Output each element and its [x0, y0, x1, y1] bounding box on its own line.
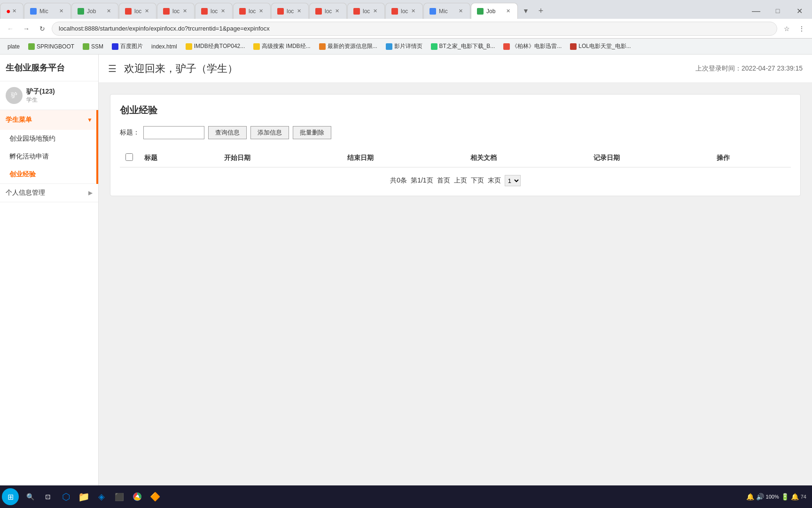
tab-favicon-loc2 — [163, 8, 170, 15]
taskbar-vscode-icon[interactable]: ◈ — [93, 488, 110, 505]
maximize-button[interactable]: □ — [767, 3, 789, 19]
menu-item-activity[interactable]: 孵化活动申请 — [0, 148, 98, 166]
last-page-button[interactable]: 末页 — [488, 176, 501, 185]
bookmark-icon-imdb1 — [186, 43, 192, 50]
tab-special[interactable]: ● ✕ — [0, 3, 23, 19]
browser-menu-icon[interactable]: ⋮ — [795, 22, 808, 35]
volume-icon[interactable]: 🔊 — [756, 493, 764, 500]
tab-mic-2[interactable]: Mic ✕ — [423, 3, 470, 19]
batch-delete-button[interactable]: 批量删除 — [293, 126, 331, 139]
next-page-button[interactable]: 下页 — [471, 176, 484, 185]
tab-close-loc2[interactable]: ✕ — [181, 8, 188, 15]
tab-overflow-btn[interactable]: ▼ — [519, 4, 532, 17]
forward-button[interactable]: → — [20, 22, 33, 35]
start-button[interactable]: ⊞ — [2, 488, 19, 505]
tab-close-job1[interactable]: ✕ — [105, 8, 112, 15]
network-icon[interactable]: 🔔 — [746, 493, 754, 500]
tab-loc-2[interactable]: loc ✕ — [157, 3, 195, 19]
minimize-button[interactable]: — — [745, 3, 767, 19]
tab-loc-3[interactable]: loc ✕ — [195, 3, 233, 19]
sidebar: 生创业服务平台 驴 驴子(123) 学生 学 — [0, 55, 99, 485]
bookmark-label-berlin: 《柏林》电影迅雷... — [512, 42, 562, 50]
bookmark-icon-resource — [319, 43, 326, 50]
tab-close-loc4[interactable]: ✕ — [257, 8, 265, 15]
student-menu-arrow-icon: ▼ — [87, 117, 93, 123]
tab-label-loc7: loc — [363, 8, 371, 15]
tab-loc-6[interactable]: loc ✕ — [309, 3, 347, 19]
prev-page-button[interactable]: 上页 — [454, 176, 467, 185]
table-header-checkbox — [120, 149, 139, 167]
tab-loc-8[interactable]: loc ✕ — [385, 3, 423, 19]
first-page-button[interactable]: 首页 — [437, 176, 450, 185]
back-button[interactable]: ← — [4, 22, 17, 35]
hamburger-button[interactable]: ☰ — [108, 63, 117, 74]
tab-loc-7[interactable]: loc ✕ — [347, 3, 385, 19]
taskbar-edge-icon[interactable]: ⬡ — [57, 488, 74, 505]
bookmark-resource[interactable]: 最新的资源信息限... — [315, 40, 381, 52]
total-count: 共0条 — [390, 176, 407, 185]
close-button[interactable]: ✕ — [789, 3, 810, 19]
tab-close-loc1[interactable]: ✕ — [143, 8, 150, 15]
add-button[interactable]: 添加信息 — [250, 126, 289, 139]
main-header: ☰ 欢迎回来，驴子（学生） 上次登录时间：2022-04-27 23:39:15 — [99, 55, 812, 83]
bookmark-icon-berlin — [503, 43, 510, 50]
bookmark-springboot[interactable]: SPRINGBOOT — [24, 41, 78, 52]
personal-info-header[interactable]: 个人信息管理 ▶ — [0, 184, 98, 202]
col-header-related-doc: 相关文档 — [465, 149, 588, 167]
notification-icon[interactable]: 🔔 — [791, 493, 799, 500]
tab-job-1[interactable]: Job ✕ — [71, 3, 118, 19]
student-menu-header[interactable]: 学生菜单 ▼ — [0, 110, 98, 130]
menu-item-experience[interactable]: 创业经验 — [0, 166, 98, 183]
last-login-time: 上次登录时间：2022-04-27 23:39:15 — [695, 64, 803, 73]
menu-item-venue[interactable]: 创业园场地预约 — [0, 130, 98, 148]
tab-close-loc8[interactable]: ✕ — [409, 8, 417, 15]
tab-close-loc6[interactable]: ✕ — [333, 8, 341, 15]
bookmark-index[interactable]: index.html — [148, 41, 181, 52]
bookmark-imdb2[interactable]: 高级搜索 IMDB经... — [250, 40, 314, 52]
reload-button[interactable]: ↻ — [36, 22, 49, 35]
bookmark-ssm[interactable]: SSM — [79, 41, 107, 52]
tab-close-loc5[interactable]: ✕ — [295, 8, 303, 15]
taskbar-app-icon[interactable]: 🔶 — [147, 488, 164, 505]
tab-loc-5[interactable]: loc ✕ — [271, 3, 309, 19]
query-button[interactable]: 查询信息 — [208, 126, 247, 139]
tab-close-special[interactable]: ✕ — [11, 8, 18, 15]
tab-label-mic2: Mic — [439, 8, 457, 15]
page-select[interactable]: 1 — [505, 175, 521, 186]
tab-close-mic2[interactable]: ✕ — [457, 8, 464, 15]
address-input[interactable] — [52, 22, 777, 36]
taskbar-explorer-icon[interactable]: 📁 — [75, 488, 92, 505]
col-header-start-date: 开始日期 — [219, 149, 342, 167]
tab-mic-1[interactable]: Mic ✕ — [24, 3, 71, 19]
tab-close-loc3[interactable]: ✕ — [219, 8, 226, 15]
bookmark-lol[interactable]: LOL电影天堂_电影... — [566, 40, 634, 52]
bookmark-berlin[interactable]: 《柏林》电影迅雷... — [500, 40, 565, 52]
search-bar: 标题： 查询信息 添加信息 批量删除 — [120, 126, 791, 139]
bookmark-label-lol: LOL电影天堂_电影... — [578, 42, 631, 50]
battery-icon: 🔋 — [781, 493, 789, 500]
bookmark-plate[interactable]: plate — [4, 41, 23, 52]
tab-loc-4[interactable]: loc ✕ — [233, 3, 271, 19]
new-tab-button[interactable]: + — [534, 4, 547, 17]
bookmark-star-icon[interactable]: ☆ — [780, 22, 793, 35]
tab-close-loc7[interactable]: ✕ — [371, 8, 379, 15]
tab-job-2[interactable]: Job ✕ — [471, 3, 518, 19]
search-input[interactable] — [143, 126, 204, 139]
tab-close-job2[interactable]: ✕ — [504, 8, 512, 15]
bookmark-bt[interactable]: BT之家_电影下载_B... — [427, 40, 499, 52]
bookmark-film-detail[interactable]: 影片详情页 — [382, 40, 426, 52]
taskbar-chrome-icon[interactable] — [129, 488, 146, 505]
select-all-checkbox[interactable] — [125, 153, 133, 161]
bookmark-baidu[interactable]: 百度图片 — [108, 40, 147, 52]
taskbar-taskview-icon[interactable]: ⊡ — [39, 488, 56, 505]
taskbar-terminal-icon[interactable]: ⬛ — [111, 488, 128, 505]
tab-label-job2: Job — [486, 8, 504, 15]
tab-loc-1[interactable]: loc ✕ — [119, 3, 156, 19]
taskbar-search-icon[interactable]: 🔍 — [22, 488, 39, 505]
bookmark-icon-film-detail — [386, 43, 392, 50]
bookmark-imdb1[interactable]: IMDB经典TOP042... — [182, 40, 249, 52]
tab-label-loc5: loc — [287, 8, 295, 15]
tab-label-mic1: Mic — [39, 8, 57, 15]
tab-label-loc3: loc — [211, 8, 219, 15]
tab-close-mic1[interactable]: ✕ — [57, 8, 65, 15]
